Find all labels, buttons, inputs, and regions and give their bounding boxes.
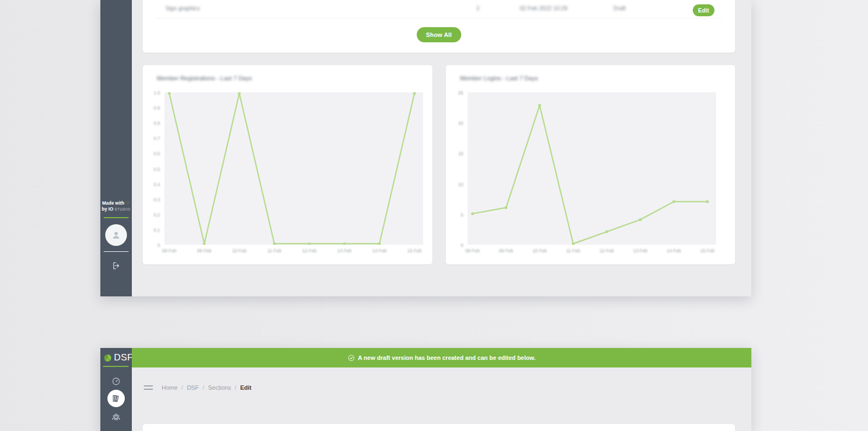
y-tick-label: 1.0 <box>154 90 160 96</box>
sidebar-footer: Made with ♡ by IO STUDIO <box>100 200 132 272</box>
studio-credit: by IO STUDIO <box>100 206 132 212</box>
line-series <box>468 92 716 245</box>
x-tick-label: 09 Feb <box>197 248 211 253</box>
logout-icon[interactable] <box>112 261 121 270</box>
show-all-button[interactable]: Show All <box>417 27 461 42</box>
menu-icon[interactable] <box>144 385 153 390</box>
y-tick-label: 0 <box>461 243 463 248</box>
chart-plot-area <box>164 92 423 245</box>
table-row[interactable]: Sign graphics 2 02 Feb 2022 10:29 Draft … <box>143 0 735 18</box>
version-status-cell: Draft <box>598 5 641 11</box>
breadcrumb-item-dsf[interactable]: DSF <box>187 384 199 391</box>
check-circle-icon <box>348 354 355 362</box>
logo-text: DSF <box>114 352 133 363</box>
sidebar <box>100 367 132 431</box>
breadcrumb-item-home[interactable]: Home <box>162 384 177 391</box>
breadcrumb-item-sections[interactable]: Sections <box>208 384 231 391</box>
made-with-label: Made with ♡ <box>100 200 132 206</box>
banner-text: A new draft version has been created and… <box>358 354 535 361</box>
x-tick-label: 15 Feb <box>700 248 714 253</box>
success-banner: A new draft version has been created and… <box>132 348 751 367</box>
app-logo[interactable]: DSF <box>100 348 132 367</box>
x-tick-label: 12 Feb <box>599 248 614 253</box>
main-content: Sign graphics 2 02 Feb 2022 10:29 Draft … <box>132 0 751 296</box>
divider <box>104 217 129 218</box>
x-tick-label: 12 Feb <box>302 248 316 253</box>
dashboard-screen: Made with ♡ by IO STUDIO <box>100 0 751 296</box>
registrations-chart-card: Member Registrations - Last 7 Days 1.00.… <box>143 65 432 264</box>
y-axis: 1.00.90.80.70.60.50.40.30.20.10 <box>143 92 161 245</box>
y-tick-label: 15 <box>458 151 463 156</box>
sidebar: Made with ♡ by IO STUDIO <box>100 0 132 296</box>
divider <box>156 18 722 18</box>
x-axis: 08 Feb09 Feb10 Feb11 Feb12 Feb13 Feb14 F… <box>164 248 423 255</box>
chart-title: Member Registrations - Last 7 Days <box>157 75 252 81</box>
library-books-icon <box>112 394 120 403</box>
y-tick-label: 0.9 <box>154 105 160 111</box>
version-number-cell: 2 <box>462 5 494 11</box>
y-tick-label: 0.3 <box>154 197 160 202</box>
y-tick-label: 5 <box>461 212 463 218</box>
section-edit-card: DetailsTypesLinksVersionsSignoff <box>143 424 735 431</box>
user-icon <box>110 229 122 241</box>
avatar[interactable] <box>105 224 127 246</box>
dsf-logo-icon <box>104 354 112 362</box>
x-tick-label: 15 Feb <box>407 248 422 253</box>
x-axis: 08 Feb09 Feb10 Feb11 Feb12 Feb13 Feb14 F… <box>468 248 716 255</box>
x-tick-label: 10 Feb <box>232 248 246 253</box>
breadcrumb-row: Home/DSF/Sections/Edit <box>144 384 252 391</box>
y-tick-label: 0.8 <box>154 121 160 126</box>
y-tick-label: 10 <box>458 182 463 187</box>
sidebar-item-users[interactable] <box>111 412 121 422</box>
y-tick-label: 0.7 <box>154 136 160 141</box>
sidebar-item-sections[interactable] <box>107 390 125 407</box>
x-tick-label: 13 Feb <box>337 248 352 253</box>
y-tick-label: 0.4 <box>154 182 160 187</box>
sidebar-item-dashboard[interactable] <box>112 377 121 386</box>
edit-button[interactable]: Edit <box>693 4 714 16</box>
y-tick-label: 0 <box>157 243 160 248</box>
x-tick-label: 08 Feb <box>465 248 480 253</box>
x-tick-label: 14 Feb <box>372 248 386 253</box>
line-series <box>164 92 423 245</box>
logo-underline <box>103 366 129 367</box>
breadcrumb-item-edit: Edit <box>240 384 252 391</box>
x-tick-label: 08 Feb <box>162 248 176 253</box>
versions-card: Sign graphics 2 02 Feb 2022 10:29 Draft … <box>143 0 735 53</box>
y-axis: 2520151050 <box>446 92 464 245</box>
main-content: Home/DSF/Sections/Edit DetailsTypesLinks… <box>132 367 751 431</box>
y-tick-label: 0.6 <box>154 151 160 156</box>
breadcrumb: Home/DSF/Sections/Edit <box>162 384 252 391</box>
chart-title: Member Logins - Last 7 Days <box>460 75 538 81</box>
chart-plot-area <box>468 92 716 245</box>
y-tick-label: 0.1 <box>154 227 160 233</box>
x-tick-label: 11 Feb <box>267 248 282 253</box>
logins-chart-card: Member Logins - Last 7 Days 2520151050 0… <box>446 65 735 264</box>
y-tick-label: 25 <box>458 90 463 96</box>
y-tick-label: 20 <box>458 121 463 126</box>
y-tick-label: 0.5 <box>154 167 160 172</box>
x-tick-label: 09 Feb <box>499 248 513 253</box>
divider <box>104 251 129 252</box>
heart-icon: ♡ <box>126 200 130 206</box>
y-tick-label: 0.2 <box>154 212 160 218</box>
x-tick-label: 14 Feb <box>667 248 681 253</box>
x-tick-label: 11 Feb <box>566 248 580 253</box>
x-tick-label: 10 Feb <box>532 248 546 253</box>
version-name-cell: Sign graphics <box>165 5 200 11</box>
section-edit-screen: DSF A new draft version has been created… <box>100 348 751 431</box>
x-tick-label: 13 Feb <box>633 248 647 253</box>
version-date-cell: 02 Feb 2022 10:29 <box>506 5 582 11</box>
